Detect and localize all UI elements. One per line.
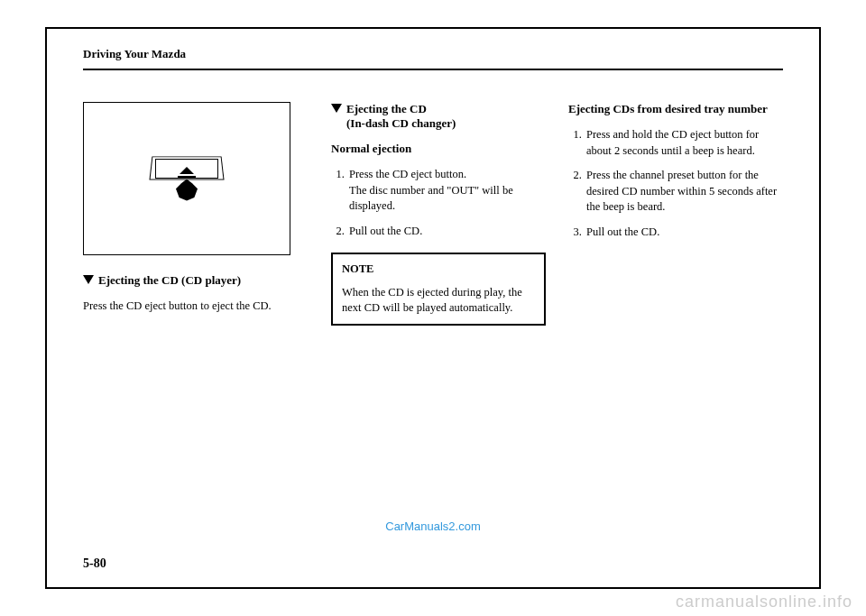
col3-steps: Press and hold the CD eject button for a… — [568, 127, 783, 240]
cd-eject-icon — [146, 154, 227, 204]
page-frame: Driving Your Mazda Ejecting the CD (CD p… — [45, 27, 821, 589]
col3-heading: Ejecting CDs from desired tray number — [568, 102, 783, 116]
col2-steps: Press the CD eject button. The disc numb… — [331, 167, 546, 239]
col1-body: Press the CD eject button to eject the C… — [83, 299, 309, 315]
figure-eject-cd — [83, 102, 290, 255]
col2-step1-line1: Press the CD eject button. — [349, 168, 466, 180]
col2-step1: Press the CD eject button. The disc numb… — [347, 167, 546, 215]
column-middle: Ejecting the CD (In-dash CD changer) Nor… — [331, 102, 546, 326]
col2-step1-line2: The disc number and "OUT" will be displa… — [349, 184, 513, 213]
col3-step1: Press and hold the CD eject button for a… — [585, 127, 783, 159]
column-left: Ejecting the CD (CD player) Press the CD… — [83, 102, 309, 326]
col3-step3: Pull out the CD. — [585, 225, 783, 241]
content-area: Ejecting the CD (CD player) Press the CD… — [83, 102, 783, 326]
note-text: When the CD is ejected during play, the … — [342, 285, 535, 317]
col2-sub-heading: Normal ejection — [331, 142, 546, 156]
col1-heading-text: Ejecting the CD (CD player) — [98, 273, 241, 288]
watermark-site-bottom: carmanualsonline.info — [676, 593, 852, 611]
col2-heading: Ejecting the CD (In-dash CD changer) — [331, 102, 546, 131]
col2-heading-text: Ejecting the CD (In-dash CD changer) — [346, 102, 456, 131]
header-title: Driving Your Mazda — [83, 47, 783, 61]
triangle-marker-icon — [331, 104, 342, 113]
col2-heading-line2: (In-dash CD changer) — [346, 116, 456, 130]
col2-step2: Pull out the CD. — [347, 224, 546, 240]
triangle-marker-icon — [83, 275, 94, 284]
column-right: Ejecting CDs from desired tray number Pr… — [568, 102, 783, 326]
col2-heading-line1: Ejecting the CD — [346, 102, 427, 115]
note-title: NOTE — [342, 262, 535, 278]
page-header: Driving Your Mazda — [83, 47, 783, 70]
col1-heading: Ejecting the CD (CD player) — [83, 273, 309, 288]
col3-step2: Press the channel preset button for the … — [585, 168, 783, 216]
watermark-site-blue: CarManuals2.com — [385, 519, 481, 533]
page-number: 5-80 — [83, 556, 106, 571]
note-box: NOTE When the CD is ejected during play,… — [331, 253, 546, 326]
